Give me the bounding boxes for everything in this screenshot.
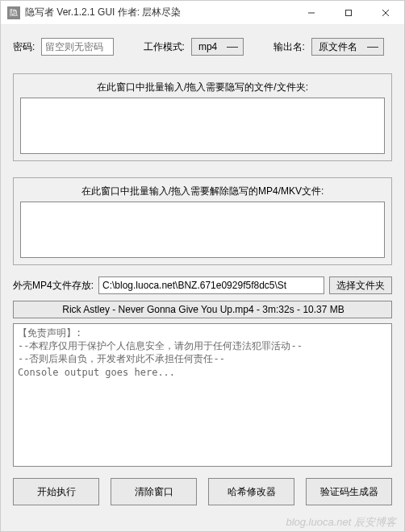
watermark: blog.luoca.net 辰安博客: [1, 515, 404, 531]
shell-file-text: Rick Astley - Never Gonna Give You Up.mp…: [20, 304, 386, 315]
password-input[interactable]: [41, 38, 114, 56]
close-icon: [382, 9, 390, 17]
app-icon: 隐: [7, 6, 20, 19]
clear-button[interactable]: 清除窗口: [111, 478, 197, 505]
verify-button[interactable]: 验证码生成器: [306, 478, 392, 505]
password-label: 密码:: [13, 40, 35, 54]
hide-files-group: 在此窗口中批量输入/拖入需要隐写的文件/文件夹:: [13, 73, 392, 161]
client-area: 密码: 工作模式: mp4 输出名: 原文件名 在此窗口中批量输入/拖入需要隐写…: [1, 25, 404, 515]
shell-path-label: 外壳MP4文件存放:: [13, 279, 94, 293]
shell-path-input[interactable]: [98, 276, 324, 294]
mode-label: 工作模式:: [144, 40, 185, 54]
minimize-icon: [307, 9, 315, 17]
maximize-icon: [344, 9, 353, 17]
close-button[interactable]: [367, 1, 404, 25]
titlebar: 隐 隐写者 Ver.1.2.1 GUI 作者: 层林尽染: [1, 1, 404, 25]
app-window: 隐 隐写者 Ver.1.2.1 GUI 作者: 层林尽染 密码: 工作模式: m…: [0, 0, 405, 532]
shell-file-combo[interactable]: Rick Astley - Never Gonna Give You Up.mp…: [13, 301, 392, 318]
maximize-button[interactable]: [330, 1, 367, 25]
top-row: 密码: 工作模式: mp4 输出名: 原文件名: [13, 38, 392, 56]
output-value: 原文件名: [319, 40, 357, 54]
shell-path-row: 外壳MP4文件存放: 选择文件夹: [13, 276, 392, 294]
svg-rect-1: [346, 10, 352, 15]
start-button[interactable]: 开始执行: [13, 478, 99, 505]
console-output[interactable]: 【免责声明】: --本程序仅用于保护个人信息安全，请勿用于任何违法犯罪活动-- …: [13, 323, 392, 467]
minimize-button[interactable]: [293, 1, 330, 25]
window-controls: [293, 1, 404, 25]
hash-button[interactable]: 哈希修改器: [208, 478, 294, 505]
action-buttons: 开始执行 清除窗口 哈希修改器 验证码生成器: [13, 478, 392, 505]
hide-files-list[interactable]: [20, 98, 385, 154]
chevron-down-icon: [227, 46, 238, 48]
mode-value: mp4: [198, 41, 217, 52]
reveal-files-group: 在此窗口中批量输入/拖入需要解除隐写的MP4/MKV文件:: [13, 177, 392, 265]
chevron-down-icon: [367, 46, 378, 48]
reveal-files-caption: 在此窗口中批量输入/拖入需要解除隐写的MP4/MKV文件:: [20, 185, 385, 198]
output-label: 输出名:: [273, 40, 305, 54]
reveal-files-list[interactable]: [20, 202, 385, 258]
verify-label: 验证码生成器: [320, 485, 378, 499]
mode-combo[interactable]: mp4: [191, 38, 244, 56]
hash-label: 哈希修改器: [228, 485, 276, 499]
browse-button[interactable]: 选择文件夹: [329, 276, 392, 294]
start-label: 开始执行: [37, 485, 76, 499]
output-combo[interactable]: 原文件名: [311, 38, 384, 56]
hide-files-caption: 在此窗口中批量输入/拖入需要隐写的文件/文件夹:: [20, 81, 385, 94]
window-title: 隐写者 Ver.1.2.1 GUI 作者: 层林尽染: [25, 6, 293, 19]
browse-label: 选择文件夹: [336, 279, 385, 293]
clear-label: 清除窗口: [135, 485, 173, 499]
